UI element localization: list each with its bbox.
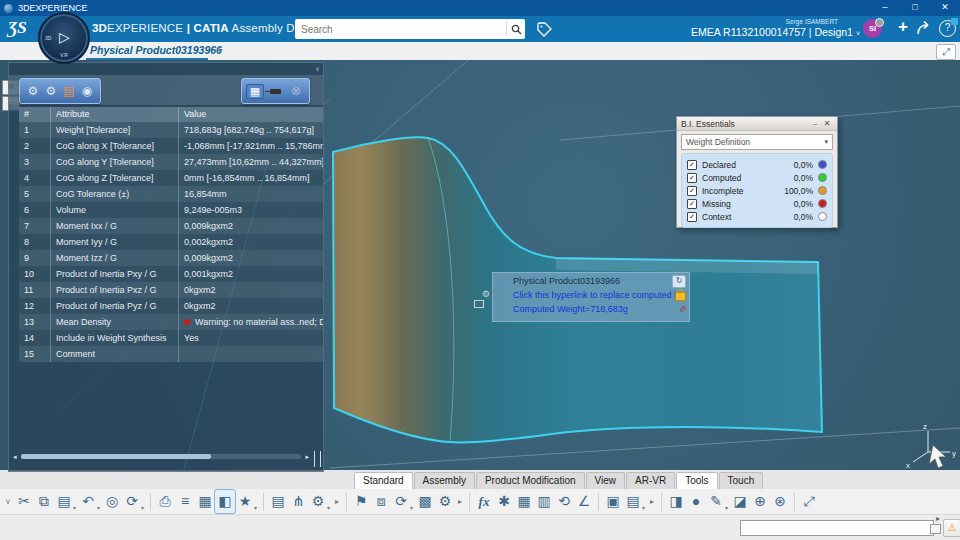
- table-row[interactable]: 12 Product of Inertia Pyz / G 0kgxm2: [19, 298, 323, 314]
- sep[interactable]: [150, 493, 151, 511]
- layers-icon[interactable]: ⧈: [371, 490, 391, 513]
- color-picker-icon[interactable]: ✎: [706, 490, 726, 513]
- more-icon[interactable]: ▸: [647, 490, 657, 513]
- table-row[interactable]: 9 Moment Izz / G 0,009kgxm2: [19, 250, 323, 266]
- specification-list-icon[interactable]: ▤: [268, 490, 288, 513]
- dashboard-icon[interactable]: ◧: [215, 490, 235, 513]
- table-row[interactable]: 8 Moment Iyy / G 0,002kgxm2: [19, 234, 323, 250]
- bi-mode-select[interactable]: Weight Definition ▾: [681, 134, 833, 150]
- bi-close-icon[interactable]: ✕: [821, 119, 833, 128]
- new-tab-button[interactable]: +: [216, 43, 223, 57]
- search-input[interactable]: [295, 24, 506, 35]
- status-arrow-icon[interactable]: ▸: [936, 514, 940, 523]
- model-refresh-icon[interactable]: ⟲: [554, 490, 574, 513]
- table-row[interactable]: 2 CoG along X [Tolerance] -1,068mm [-17,…: [19, 138, 323, 154]
- Product Modification[interactable]: Product Modification: [476, 472, 585, 489]
- maximize-button[interactable]: □: [900, 0, 930, 16]
- report-options-icon[interactable]: ≡: [175, 490, 195, 513]
- design-table-icon[interactable]: ▦: [514, 490, 534, 513]
- close-button[interactable]: ✕: [930, 0, 960, 16]
- export-document-icon[interactable]: ▤: [60, 84, 78, 98]
- scroll-thumb[interactable]: [21, 454, 211, 459]
- 3d-compass[interactable]: ▷ V.R 3D: [38, 12, 90, 64]
- toolbar-collapse-icon[interactable]: ∨: [2, 490, 14, 513]
- paint-box-icon[interactable]: ◨: [666, 490, 686, 513]
- search-box[interactable]: [295, 19, 525, 39]
- fit-all-icon[interactable]: ⤢: [799, 490, 819, 513]
- checkbox[interactable]: ✓: [687, 199, 697, 209]
- sep[interactable]: [263, 493, 264, 511]
- table-row[interactable]: 5 CoG Tolerance (±) 16,854mm: [19, 186, 323, 202]
- warning-icon[interactable]: ⚠: [943, 519, 960, 537]
- structure-tree-icon[interactable]: ⋔: [288, 490, 308, 513]
- computed-weight-value[interactable]: Computed Weight=718,683g: [513, 304, 678, 314]
- Tools[interactable]: Tools: [676, 472, 717, 489]
- document-tab[interactable]: Physical Product03193966: [90, 44, 222, 56]
- table-view-icon[interactable]: ▦: [246, 84, 264, 99]
- undo-icon[interactable]: ↶: [78, 490, 98, 513]
- measure-angle-icon[interactable]: ∠: [574, 490, 594, 513]
- preview-icon[interactable]: ◎: [102, 490, 122, 513]
- table-row[interactable]: 7 Moment Ixx / G 0,009kgxm2: [19, 218, 323, 234]
- table-row[interactable]: 13 Mean Density Warning: no material ass…: [19, 314, 323, 330]
- sep[interactable]: [346, 493, 347, 511]
- restore-viewport-icon[interactable]: ⤢: [936, 44, 956, 60]
- scroll-left-icon[interactable]: ◂: [13, 453, 21, 461]
- checkbox[interactable]: ✓: [687, 186, 697, 196]
- table-row[interactable]: 14 Include in Weight Synthesis Yes: [19, 330, 323, 346]
- compass-play-icon[interactable]: ▷: [59, 29, 70, 45]
- favorites-icon[interactable]: ★: [235, 490, 255, 513]
- panel-resize-handle[interactable]: [314, 451, 321, 467]
- sep[interactable]: [598, 493, 599, 511]
- help-icon[interactable]: ?: [939, 20, 956, 37]
- table-row[interactable]: 15 Comment: [19, 346, 323, 362]
- table-row[interactable]: 1 Weight [Tolerance] 718,683g [682,749g …: [19, 122, 323, 138]
- table-row[interactable]: 3 CoG along Y [Tolerance] 27,473mm [10,6…: [19, 154, 323, 170]
- component-options-icon[interactable]: ⚙: [308, 490, 328, 513]
- add-material-icon[interactable]: ⊕: [750, 490, 770, 513]
- filter-panel-icon[interactable]: ▤: [623, 490, 643, 513]
- more-icon[interactable]: ▸: [455, 490, 465, 513]
- close-panel-icon[interactable]: ⊗: [287, 84, 305, 98]
- workspace-selector[interactable]: EMEA R1132100014757 | Design1˅: [691, 26, 860, 38]
- table-options-icon[interactable]: ▥: [534, 490, 554, 513]
- share-icon[interactable]: [916, 20, 934, 40]
- Touch[interactable]: Touch: [719, 472, 764, 489]
- status-light-icon[interactable]: ▣: [603, 490, 623, 513]
- more-icon[interactable]: ▸: [332, 490, 342, 513]
- checkbox[interactable]: ✓: [687, 212, 697, 222]
- View[interactable]: View: [586, 472, 626, 489]
- Assembly[interactable]: Assembly: [414, 472, 475, 489]
- scroll-right-icon[interactable]: ▸: [301, 453, 309, 461]
- paste-icon[interactable]: ▤: [54, 490, 74, 513]
- command-input[interactable]: [740, 520, 934, 536]
- grid-select-icon[interactable]: ▩: [415, 490, 435, 513]
- apply-material-icon[interactable]: ⊛: [770, 490, 790, 513]
- cut-icon[interactable]: ✂: [14, 490, 34, 513]
- horizontal-scrollbar[interactable]: ◂ ▸: [13, 452, 309, 461]
- table-row[interactable]: 4 CoG along Z [Tolerance] 0mm [-16,854mm…: [19, 170, 323, 186]
- minimize-button[interactable]: –: [870, 0, 900, 16]
- pin-icon[interactable]: [270, 89, 281, 94]
- Standard[interactable]: Standard: [354, 472, 413, 489]
- formula-icon[interactable]: fx: [474, 490, 494, 513]
- sep[interactable]: [794, 493, 795, 511]
- AR-VR[interactable]: AR-VR: [626, 472, 675, 489]
- checkbox[interactable]: ✓: [687, 160, 697, 170]
- copy-icon[interactable]: ⧉: [34, 490, 54, 513]
- update-icon[interactable]: ↻: [672, 275, 686, 288]
- world-options-icon[interactable]: ◉: [78, 84, 96, 98]
- update-gear-icon[interactable]: ⚙: [24, 84, 42, 98]
- checkbox[interactable]: ✓: [687, 173, 697, 183]
- refresh-icon[interactable]: ⟳: [391, 490, 411, 513]
- measure-gear-icon[interactable]: ⚙: [42, 84, 60, 98]
- grid-panel-icon[interactable]: ▦: [195, 490, 215, 513]
- search-icon[interactable]: [506, 22, 525, 36]
- sep[interactable]: [661, 493, 662, 511]
- status-mini-icon[interactable]: [930, 524, 941, 534]
- bi-minimize-icon[interactable]: –: [809, 119, 821, 128]
- wand-icon[interactable]: ✱: [494, 490, 514, 513]
- eraser-icon[interactable]: ◪: [730, 490, 750, 513]
- bookmark-structure-icon[interactable]: ⚑: [351, 490, 371, 513]
- add-content-button[interactable]: +: [898, 17, 908, 37]
